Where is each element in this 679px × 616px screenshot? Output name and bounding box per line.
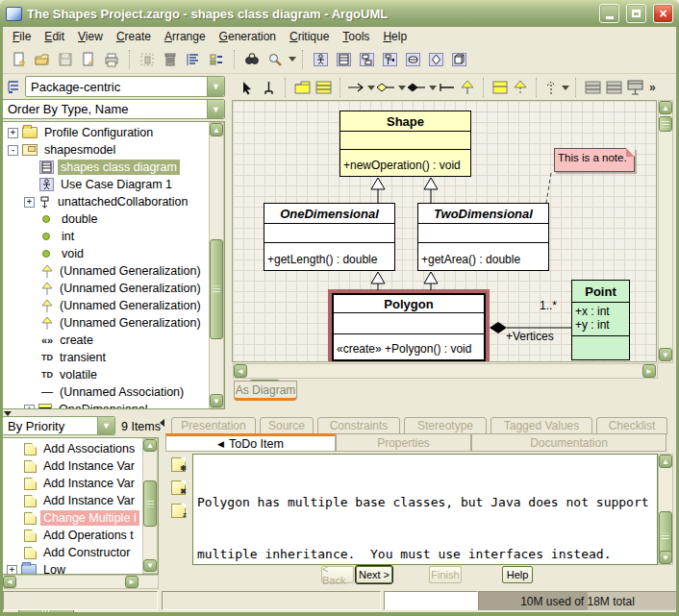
menu-edit[interactable]: Edit <box>38 29 71 44</box>
menu-generation[interactable]: Generation <box>213 29 283 44</box>
composition-dropdown-icon[interactable] <box>429 86 437 90</box>
scroll-left-icon[interactable]: ◄ <box>3 576 16 588</box>
interface-tool-icon[interactable] <box>490 76 511 99</box>
expand-toggle[interactable]: + <box>7 565 17 576</box>
diagram-vscrollbar[interactable] <box>658 100 673 363</box>
diagram-hscrollbar[interactable] <box>233 363 658 379</box>
tree-item-use-case-diagram[interactable]: Use Case Diagram 1 <box>39 176 175 193</box>
activity-diagram-icon[interactable] <box>424 48 447 71</box>
zoom-icon[interactable] <box>264 48 287 71</box>
tree-item-unattached-collaboration[interactable]: +unattachedCollaboration <box>24 193 191 210</box>
expand-toggle[interactable]: + <box>8 128 18 138</box>
new-todo-icon[interactable]: ✱ <box>171 457 186 472</box>
close-button[interactable]: × <box>653 4 673 23</box>
combo-dropdown-icon[interactable]: ▼ <box>207 100 224 118</box>
save-project-icon[interactable] <box>54 48 77 71</box>
delete-icon[interactable] <box>159 48 182 71</box>
menu-tools[interactable]: Tools <box>336 29 376 44</box>
tree-item-generalization[interactable]: (Unnamed Generalization) <box>41 280 204 297</box>
next-button[interactable]: Next > <box>356 566 392 583</box>
collapse-toggle[interactable]: - <box>8 145 18 156</box>
maximize-button[interactable] <box>626 4 646 23</box>
tree-item-generalization[interactable]: (Unnamed Generalization) <box>41 314 204 332</box>
todo-item[interactable]: Add Operations t <box>24 527 137 544</box>
tab-checklist[interactable]: Checklist <box>596 417 667 434</box>
dependency-dropdown-icon[interactable] <box>562 86 569 90</box>
tree-item-transient[interactable]: TDtransient <box>41 349 109 366</box>
comment-tool-icon[interactable] <box>624 76 645 99</box>
tab-constraints[interactable]: Constraints <box>317 417 400 434</box>
tree-item-volatile[interactable]: TDvolatile <box>41 366 100 383</box>
scroll-down-icon[interactable]: ▼ <box>143 559 157 572</box>
tree-item-profile-configuration[interactable]: +Profile Configuration <box>8 124 156 141</box>
operation-tool-icon[interactable] <box>603 76 624 99</box>
scroll-up-icon[interactable]: ▲ <box>210 123 223 136</box>
tab-presentation[interactable]: Presentation <box>171 417 256 434</box>
finish-button[interactable]: Finish <box>429 566 462 583</box>
tree-item-generalization[interactable]: (Unnamed Generalization) <box>41 297 204 314</box>
scroll-down-icon[interactable]: ▼ <box>210 394 223 407</box>
todo-item[interactable]: Add Instance Var <box>24 492 138 509</box>
status-input-field[interactable] <box>384 591 478 610</box>
scrollbar-thumb[interactable] <box>210 239 223 339</box>
usecase-diagram-icon[interactable] <box>309 48 332 71</box>
composition-tool-icon[interactable] <box>406 76 427 99</box>
tree-item-int[interactable]: int <box>39 228 77 245</box>
todo-item-selected[interactable]: Change Multiple I <box>24 509 139 527</box>
association-dropdown-icon[interactable] <box>367 86 375 90</box>
tree-item-onedimensional[interactable]: +OneDimensional <box>24 401 150 409</box>
broom-tool-icon[interactable] <box>258 76 279 99</box>
remove-from-diagram-icon[interactable] <box>136 48 159 71</box>
todo-folder-low[interactable]: +Low <box>7 561 68 575</box>
menu-arrange[interactable]: Arrange <box>158 29 213 44</box>
menu-create[interactable]: Create <box>110 29 158 44</box>
generalization-tool-icon[interactable] <box>458 76 477 99</box>
scrollbar-thumb[interactable] <box>143 480 157 527</box>
combo-dropdown-icon[interactable]: ▼ <box>97 417 114 434</box>
scroll-down-icon[interactable]: ▼ <box>659 551 672 564</box>
import-icon[interactable] <box>77 48 100 71</box>
package-tool-icon[interactable] <box>291 76 313 99</box>
help-button[interactable]: Help <box>502 566 533 583</box>
explorer-order-combo[interactable]: Order By Type, Name ▼ <box>2 99 225 119</box>
collaboration-diagram-icon[interactable] <box>355 48 378 71</box>
critique-config-icon[interactable] <box>182 48 205 71</box>
tab-documentation[interactable]: Documentation <box>471 433 666 452</box>
dependency-tool-icon[interactable] <box>542 76 560 99</box>
menu-critique[interactable]: Critique <box>283 29 336 44</box>
todo-item[interactable]: Add Associations <box>24 440 138 457</box>
tree-item-generalization[interactable]: (Unnamed Generalization) <box>41 262 204 280</box>
statechart-diagram-icon[interactable] <box>401 48 424 71</box>
scroll-left-icon[interactable]: ◄ <box>234 364 247 378</box>
attribute-tool-icon[interactable] <box>582 76 603 99</box>
diagram-canvas[interactable]: Shape +newOperation() : void OneDimensio… <box>232 100 657 362</box>
sequence-diagram-icon[interactable] <box>378 48 401 71</box>
class-tool-icon[interactable] <box>313 76 334 99</box>
association-tool-icon[interactable] <box>346 76 365 99</box>
snooze-item-icon[interactable]: z <box>171 504 186 518</box>
tree-item-double[interactable]: double <box>39 210 101 228</box>
todo-perspective-combo[interactable]: By Priority ▼ <box>2 416 115 435</box>
open-project-icon[interactable] <box>31 48 54 71</box>
find-icon[interactable] <box>240 48 264 71</box>
scroll-up-icon[interactable]: ▲ <box>143 439 157 452</box>
tree-item-association[interactable]: —(Unnamed Association) <box>41 383 187 401</box>
todo-item[interactable]: Add Instance Var <box>24 457 138 475</box>
realization-tool-icon[interactable] <box>511 76 530 99</box>
tree-item-shapes-class-diagram[interactable]: shapes class diagram <box>39 159 180 176</box>
menu-view[interactable]: View <box>71 29 110 44</box>
expand-toggle[interactable]: + <box>24 197 35 208</box>
todo-item[interactable]: Add Instance Var <box>24 475 138 492</box>
menu-help[interactable]: Help <box>376 29 414 44</box>
tab-source[interactable]: Source <box>260 417 314 434</box>
tree-item-create[interactable]: «»create <box>41 332 96 349</box>
print-icon[interactable] <box>100 48 123 71</box>
scroll-right-icon[interactable]: ► <box>125 576 138 588</box>
tree-item-void[interactable]: void <box>39 245 87 262</box>
tab-as-diagram[interactable]: As Diagram <box>234 381 297 401</box>
new-project-icon[interactable] <box>8 48 31 71</box>
toolbar-overflow-icon[interactable]: » <box>649 81 656 94</box>
todo-description-text[interactable]: Polygon has multiple base classes, but J… <box>192 454 658 565</box>
title-bar[interactable]: The Shapes Project.zargo - shapes class … <box>0 0 679 27</box>
resolve-item-icon[interactable]: ✖ <box>171 480 186 495</box>
